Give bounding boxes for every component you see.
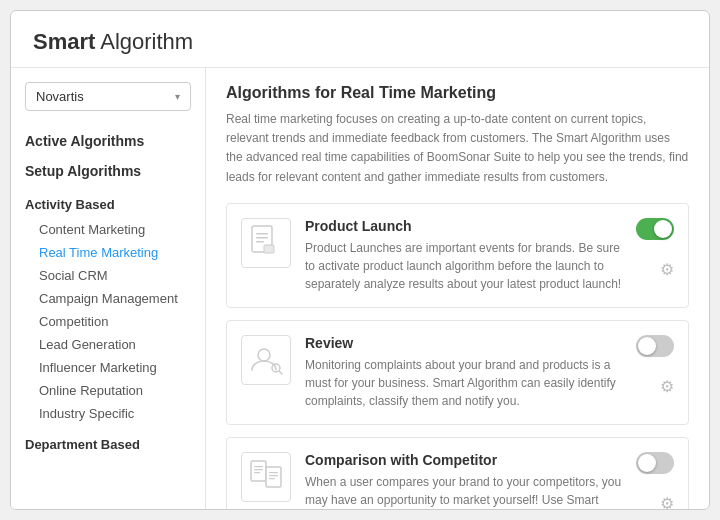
sidebar-item-campaign-management[interactable]: Campaign Management xyxy=(11,287,205,310)
svg-rect-1 xyxy=(256,233,268,235)
review-icon xyxy=(241,335,291,385)
product-launch-content: Product Launch Product Launches are impo… xyxy=(305,218,622,293)
svg-rect-8 xyxy=(251,461,266,481)
dropdown-wrapper: Novartis ▾ xyxy=(11,82,205,125)
toggle-knob xyxy=(638,454,656,472)
review-content: Review Monitoring complaints about your … xyxy=(305,335,622,410)
sidebar-item-active-algorithms[interactable]: Active Algorithms xyxy=(11,125,205,155)
document-icon xyxy=(250,225,282,261)
algorithm-header: Algorithms for Real Time Marketing Real … xyxy=(226,84,689,187)
comparison-content: Comparison with Competitor When a user c… xyxy=(305,452,622,509)
sidebar-item-department-based[interactable]: Department Based xyxy=(11,425,205,458)
main-window: Smart Algorithm Novartis ▾ Active Algori… xyxy=(10,10,710,510)
toggle-knob xyxy=(638,337,656,355)
gear-icon[interactable]: ⚙ xyxy=(660,260,674,279)
toggle-knob xyxy=(654,220,672,238)
card-comparison: Comparison with Competitor When a user c… xyxy=(226,437,689,509)
comparison-title: Comparison with Competitor xyxy=(305,452,622,468)
sidebar-item-content-marketing[interactable]: Content Marketing xyxy=(11,218,205,241)
chevron-down-icon: ▾ xyxy=(175,91,180,102)
review-title: Review xyxy=(305,335,622,351)
sidebar-item-activity-based[interactable]: Activity Based xyxy=(11,185,205,218)
product-launch-controls: ⚙ xyxy=(636,218,674,279)
svg-rect-4 xyxy=(264,245,274,253)
card-review: Review Monitoring complaints about your … xyxy=(226,320,689,425)
sidebar-item-real-time-marketing[interactable]: Real Time Marketing xyxy=(11,241,205,264)
review-description: Monitoring complaints about your brand a… xyxy=(305,356,622,410)
svg-rect-14 xyxy=(269,475,278,476)
sidebar-item-social-crm[interactable]: Social CRM xyxy=(11,264,205,287)
algorithm-description: Real time marketing focuses on creating … xyxy=(226,110,689,187)
sidebar-item-lead-generation[interactable]: Lead Generation xyxy=(11,333,205,356)
svg-rect-11 xyxy=(254,472,260,473)
page-title: Smart Algorithm xyxy=(33,29,687,55)
comparison-controls: ⚙ xyxy=(636,452,674,509)
person-search-icon xyxy=(248,342,284,378)
product-launch-description: Product Launches are important events fo… xyxy=(305,239,622,293)
review-controls: ⚙ xyxy=(636,335,674,396)
svg-line-7 xyxy=(279,371,282,374)
company-dropdown[interactable]: Novartis ▾ xyxy=(25,82,191,111)
sidebar-item-setup-algorithms[interactable]: Setup Algorithms xyxy=(11,155,205,185)
review-toggle[interactable] xyxy=(636,335,674,357)
comparison-icon xyxy=(241,452,291,502)
body-container: Novartis ▾ Active Algorithms Setup Algor… xyxy=(11,68,709,509)
sidebar: Novartis ▾ Active Algorithms Setup Algor… xyxy=(11,68,206,509)
dropdown-value: Novartis xyxy=(36,89,84,104)
svg-rect-9 xyxy=(254,466,263,467)
svg-point-5 xyxy=(258,349,270,361)
comparison-description: When a user compares your brand to your … xyxy=(305,473,622,509)
svg-rect-15 xyxy=(269,478,275,479)
main-content: Algorithms for Real Time Marketing Real … xyxy=(206,68,709,509)
svg-rect-10 xyxy=(254,469,263,470)
svg-rect-2 xyxy=(256,237,268,239)
card-product-launch: Product Launch Product Launches are impo… xyxy=(226,203,689,308)
document-lines-icon xyxy=(248,459,284,495)
svg-rect-12 xyxy=(266,467,281,487)
product-launch-icon xyxy=(241,218,291,268)
product-launch-toggle[interactable] xyxy=(636,218,674,240)
comparison-toggle[interactable] xyxy=(636,452,674,474)
title-bar: Smart Algorithm xyxy=(11,11,709,68)
sidebar-item-online-reputation[interactable]: Online Reputation xyxy=(11,379,205,402)
sidebar-item-industry-specific[interactable]: Industry Specific xyxy=(11,402,205,425)
sidebar-item-competition[interactable]: Competition xyxy=(11,310,205,333)
svg-rect-13 xyxy=(269,472,278,473)
algorithm-title: Algorithms for Real Time Marketing xyxy=(226,84,689,102)
product-launch-title: Product Launch xyxy=(305,218,622,234)
svg-rect-3 xyxy=(256,241,264,243)
sidebar-item-influencer-marketing[interactable]: Influencer Marketing xyxy=(11,356,205,379)
gear-icon[interactable]: ⚙ xyxy=(660,494,674,509)
gear-icon[interactable]: ⚙ xyxy=(660,377,674,396)
